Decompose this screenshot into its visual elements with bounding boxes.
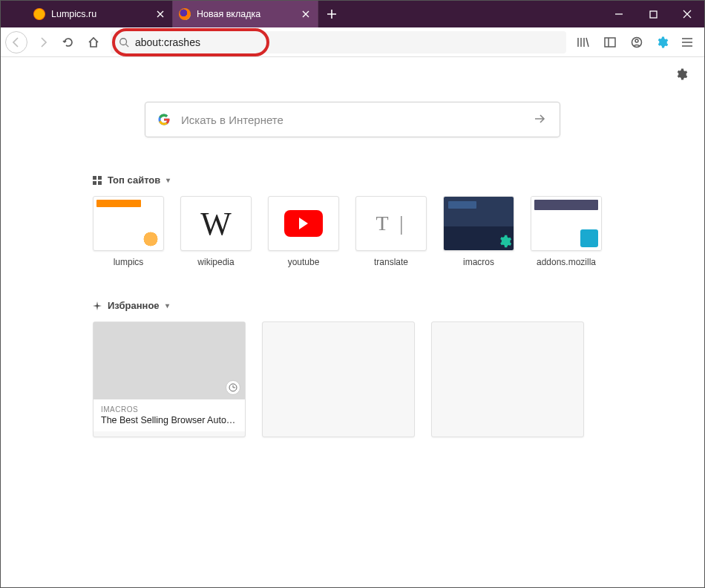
section-title: Топ сайтов bbox=[108, 174, 160, 186]
section-title: Избранное bbox=[108, 300, 160, 311]
tile-thumb bbox=[268, 196, 339, 251]
extension-gear-button[interactable] bbox=[651, 31, 673, 53]
url-input[interactable] bbox=[135, 36, 558, 48]
minimize-button[interactable] bbox=[602, 1, 636, 27]
tab-lumpics[interactable]: Lumpics.ru bbox=[27, 1, 173, 27]
translate-icon: T | bbox=[376, 212, 406, 235]
card-meta: IMACROS The Best Selling Browser Automat… bbox=[94, 399, 245, 431]
close-window-button[interactable] bbox=[670, 1, 704, 27]
tile-thumb bbox=[93, 196, 164, 251]
spark-icon bbox=[93, 301, 102, 310]
highlights-header[interactable]: Избранное ▾ bbox=[93, 300, 612, 311]
tile-label: youtube bbox=[268, 257, 339, 267]
svg-rect-5 bbox=[93, 176, 96, 180]
highlight-empty-slot bbox=[262, 321, 415, 437]
home-button[interactable] bbox=[81, 31, 106, 53]
imacros-thumb bbox=[444, 197, 514, 250]
sidebar-button[interactable] bbox=[597, 31, 623, 53]
tile-imacros[interactable]: imacros bbox=[443, 196, 514, 267]
card-title: The Best Selling Browser Automati… bbox=[101, 415, 237, 425]
firefox-favicon bbox=[179, 8, 191, 20]
topsites-section: Топ сайтов ▾ lumpics W wikipedia youtube… bbox=[93, 174, 612, 267]
urlbar-container bbox=[111, 31, 566, 53]
card-preview bbox=[94, 322, 245, 399]
highlights-section: Избранное ▾ IMACROS The Best Selling Bro… bbox=[93, 300, 612, 437]
tile-addons[interactable]: addons.mozilla bbox=[531, 196, 602, 267]
tab-newtab[interactable]: Новая вкладка bbox=[173, 1, 318, 27]
gear-icon bbox=[497, 234, 512, 249]
addons-thumb bbox=[531, 197, 601, 250]
addon-badge-icon bbox=[580, 229, 598, 247]
search-submit-button[interactable] bbox=[533, 112, 548, 127]
tile-label: lumpics bbox=[93, 257, 164, 267]
newtab-content: Топ сайтов ▾ lumpics W wikipedia youtube… bbox=[1, 57, 704, 587]
svg-rect-6 bbox=[98, 176, 102, 180]
svg-point-4 bbox=[635, 39, 638, 42]
search-icon bbox=[119, 37, 129, 48]
newtab-button[interactable] bbox=[318, 1, 345, 27]
tile-thumb bbox=[443, 196, 514, 251]
app-menu-button[interactable] bbox=[675, 31, 700, 53]
topsites-header[interactable]: Топ сайтов ▾ bbox=[93, 174, 612, 186]
topsites-tiles: lumpics W wikipedia youtube T | translat… bbox=[93, 196, 612, 267]
svg-rect-2 bbox=[605, 38, 615, 47]
search-box[interactable] bbox=[145, 102, 560, 137]
close-icon[interactable] bbox=[154, 8, 166, 20]
maximize-button[interactable] bbox=[636, 1, 670, 27]
tile-label: imacros bbox=[443, 257, 514, 267]
toolbar-icons bbox=[571, 31, 700, 53]
tile-thumb bbox=[531, 196, 602, 251]
highlight-card-imacros[interactable]: IMACROS The Best Selling Browser Automat… bbox=[93, 321, 246, 437]
svg-rect-8 bbox=[98, 181, 102, 185]
page-settings-button[interactable] bbox=[675, 68, 688, 84]
youtube-icon bbox=[284, 210, 323, 237]
wikipedia-w-icon: W bbox=[200, 205, 232, 243]
search-input[interactable] bbox=[181, 114, 533, 126]
chevron-down-icon: ▾ bbox=[165, 301, 169, 310]
highlights-row: IMACROS The Best Selling Browser Automat… bbox=[93, 321, 612, 437]
history-badge bbox=[226, 380, 240, 395]
url-bar[interactable] bbox=[111, 31, 566, 53]
tabstrip: Lumpics.ru Новая вкладка bbox=[1, 1, 345, 27]
library-button[interactable] bbox=[571, 31, 596, 53]
chevron-down-icon: ▾ bbox=[166, 176, 170, 184]
forward-button[interactable] bbox=[30, 31, 56, 53]
tile-thumb: T | bbox=[355, 196, 427, 251]
lumpics-favicon bbox=[33, 8, 45, 20]
tile-label: addons.mozilla bbox=[531, 257, 602, 267]
highlight-empty-slot bbox=[431, 321, 584, 437]
window-controls bbox=[602, 1, 704, 27]
back-button[interactable] bbox=[5, 31, 27, 53]
tile-label: wikipedia bbox=[180, 257, 252, 267]
tile-thumb: W bbox=[180, 196, 252, 251]
svg-point-1 bbox=[120, 38, 127, 45]
tile-wikipedia[interactable]: W wikipedia bbox=[180, 196, 252, 267]
tab-label: Lumpics.ru bbox=[51, 9, 154, 19]
close-icon[interactable] bbox=[300, 8, 312, 20]
grid-icon bbox=[93, 176, 102, 185]
account-button[interactable] bbox=[624, 31, 649, 53]
tab-label: Новая вкладка bbox=[197, 9, 300, 19]
tile-label: translate bbox=[355, 257, 427, 267]
titlebar: Lumpics.ru Новая вкладка bbox=[1, 1, 704, 27]
svg-rect-7 bbox=[93, 181, 96, 185]
tile-youtube[interactable]: youtube bbox=[268, 196, 339, 267]
tile-lumpics[interactable]: lumpics bbox=[93, 196, 164, 267]
nav-toolbar bbox=[1, 27, 704, 57]
svg-rect-0 bbox=[650, 11, 657, 18]
reload-button[interactable] bbox=[56, 31, 81, 53]
tile-translate[interactable]: T | translate bbox=[355, 196, 427, 267]
google-icon bbox=[157, 113, 171, 126]
card-source: IMACROS bbox=[101, 405, 237, 414]
